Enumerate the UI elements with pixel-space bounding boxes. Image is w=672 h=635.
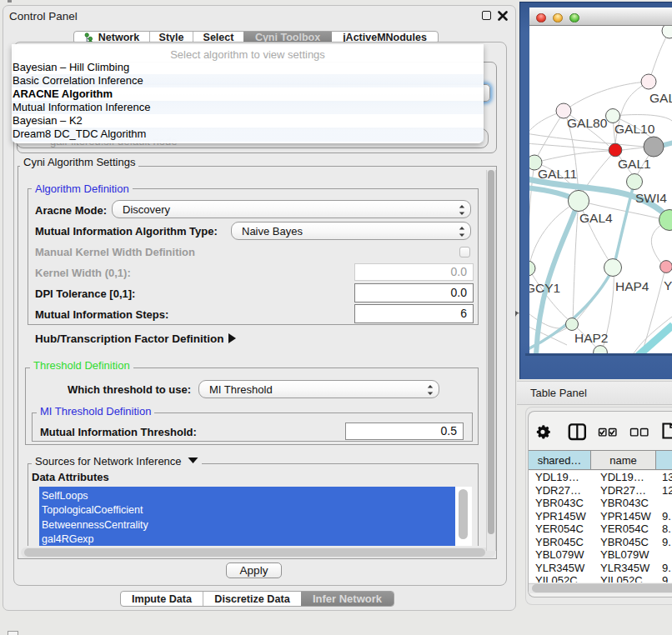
svg-text:GCY1: GCY1	[529, 281, 560, 295]
svg-text:GAL1: GAL1	[618, 157, 651, 171]
svg-text:HAP4: HAP4	[615, 279, 649, 293]
svg-text:SWI4: SWI4	[635, 191, 667, 205]
svg-text:GAL4: GAL4	[579, 211, 613, 225]
svg-text:GAL11: GAL11	[538, 167, 577, 181]
svg-text:HAP2: HAP2	[574, 331, 609, 345]
svg-text:GAL10: GAL10	[614, 122, 655, 136]
svg-text:GAL: GAL	[649, 91, 672, 105]
svg-text:Y: Y	[664, 278, 672, 292]
svg-text:GAL80: GAL80	[567, 116, 608, 130]
